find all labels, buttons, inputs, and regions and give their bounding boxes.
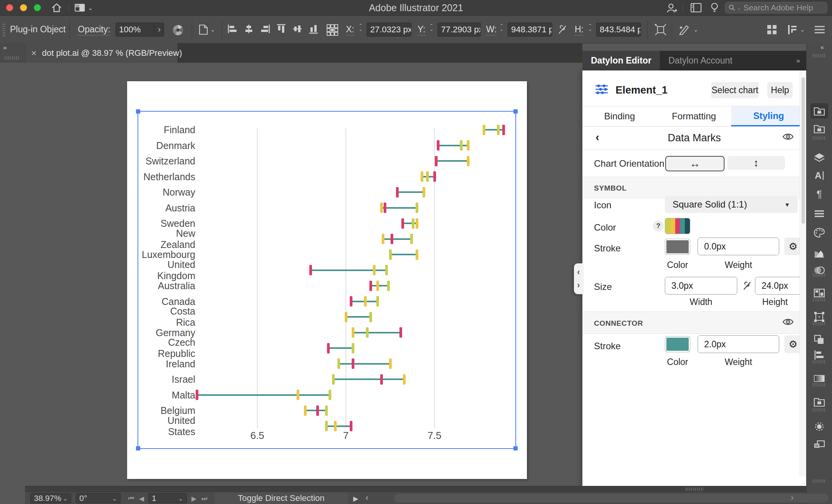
lines-panel-icon[interactable] — [810, 206, 828, 221]
panel-grip[interactable] — [2, 23, 5, 37]
properties-panel-icon[interactable]: ⌄ — [787, 23, 805, 36]
orientation-horizontal-button[interactable]: ↔ — [665, 156, 725, 171]
recolor-artwork-icon[interactable] — [172, 24, 184, 38]
dock-grip[interactable] — [813, 136, 826, 140]
selection-handle-top-left[interactable] — [136, 109, 140, 114]
unlink-size-icon[interactable] — [741, 280, 753, 293]
h-field[interactable]: 843.5484 px — [596, 23, 641, 37]
search-input[interactable] — [743, 3, 821, 13]
arrange-panels-icon[interactable] — [766, 23, 778, 36]
collapse-dock-icon[interactable]: « — [820, 44, 825, 51]
help-button[interactable]: Help — [767, 82, 793, 98]
status-tool-hint[interactable]: Toggle Direct Selection — [215, 492, 348, 504]
connector-color-swatch[interactable] — [665, 336, 690, 352]
artboards-panel-icon[interactable] — [810, 285, 828, 301]
w-stepper[interactable]: ⌃⌄ — [498, 24, 505, 31]
transform-panel-icon[interactable] — [810, 309, 828, 325]
connector-weight-input[interactable] — [698, 335, 779, 353]
menu-icon[interactable] — [814, 24, 826, 37]
chevron-left-icon[interactable]: ‹ — [366, 493, 368, 503]
panel-toggle-icon[interactable] — [690, 3, 702, 14]
tab-formatting[interactable]: Formatting — [657, 106, 731, 126]
tab-styling[interactable]: Styling — [731, 106, 806, 126]
w-field[interactable]: 948.3871 px — [508, 23, 552, 37]
color-palette-swatch[interactable] — [665, 218, 690, 234]
chevron-left-icon[interactable]: ‹ — [577, 268, 580, 276]
collapse-panel-icon[interactable]: » — [3, 44, 7, 52]
align-panel-icon[interactable] — [810, 347, 828, 363]
selection-handle-bottom-left[interactable] — [136, 446, 140, 450]
share-user-icon[interactable] — [666, 2, 677, 15]
tab-datylon-account[interactable]: Datylon Account — [660, 51, 741, 70]
y-stepper[interactable]: ⌃⌄ — [428, 24, 434, 31]
h-stepper[interactable]: ⌃⌄ — [587, 24, 593, 31]
rotation-select[interactable]: 0° ⌄ — [76, 493, 121, 503]
horizontal-scrollbar[interactable] — [394, 494, 829, 502]
x-stepper[interactable]: ⌃⌄ — [357, 24, 364, 31]
chevron-right-icon[interactable]: › — [791, 493, 793, 503]
align-center-vertical-icon[interactable] — [292, 23, 303, 36]
artboard-number-select[interactable]: 1 ⌄ — [148, 493, 187, 503]
artboard-tools-panel-icon[interactable] — [810, 436, 828, 451]
collapse-panel-icon[interactable]: » — [797, 57, 801, 65]
align-left-icon[interactable] — [227, 23, 238, 36]
align-center-horizontal-icon[interactable] — [243, 23, 254, 36]
stroke-color-swatch[interactable] — [665, 239, 690, 255]
panel-scrollbar[interactable] — [800, 70, 806, 477]
image-trace-panel-icon[interactable] — [810, 419, 828, 434]
first-artboard-icon[interactable]: ⏮ — [128, 495, 134, 502]
prev-artboard-icon[interactable]: ◀ — [139, 495, 144, 503]
stroke-weight-input[interactable] — [698, 238, 779, 255]
help-search-field[interactable]: ⌄ — [725, 2, 827, 13]
transparency-panel-icon[interactable] — [810, 263, 828, 278]
panel-resize-grip[interactable] — [25, 486, 806, 492]
swatches-panel-icon[interactable] — [810, 245, 828, 260]
chevron-right-icon[interactable]: › — [154, 25, 161, 35]
chevron-right-icon[interactable]: › — [577, 281, 580, 289]
selection-bounding-box[interactable] — [138, 111, 516, 449]
y-field[interactable]: 77.2903 px — [438, 23, 481, 37]
panel-grip[interactable] — [5, 56, 20, 60]
orientation-vertical-button[interactable]: ↕ — [727, 156, 785, 170]
play-icon[interactable]: ▶ — [353, 495, 358, 503]
distribute-grid-icon[interactable] — [326, 23, 339, 37]
unlink-dimensions-icon[interactable] — [556, 24, 569, 37]
character-panel-icon[interactable]: A — [810, 168, 828, 183]
zoom-level-select[interactable]: 38.97% ⌄ — [30, 493, 71, 503]
visibility-eye-icon[interactable] — [782, 132, 794, 143]
close-tab-icon[interactable]: × — [31, 48, 37, 59]
size-height-input[interactable] — [755, 277, 802, 295]
paragraph-panel-icon[interactable]: ¶ — [810, 186, 828, 202]
tab-binding[interactable]: Binding — [582, 106, 657, 126]
last-artboard-icon[interactable]: ⏭ — [201, 495, 207, 502]
color-help-badge[interactable]: ? — [653, 221, 664, 231]
graphic-style-icon[interactable]: ⌄ — [678, 23, 698, 36]
libraries-2-panel-icon[interactable] — [810, 121, 828, 136]
lightbulb-icon[interactable] — [710, 2, 720, 15]
x-field[interactable]: 27.0323 px — [367, 23, 411, 37]
selection-handle-bottom-right[interactable] — [513, 446, 518, 450]
dock-grip[interactable] — [813, 54, 826, 57]
tab-datylon-editor[interactable]: Datylon Editor — [582, 51, 660, 70]
align-bottom-icon[interactable] — [308, 23, 319, 36]
opacity-field[interactable]: 100% › — [116, 23, 164, 37]
libraries-panel-icon[interactable] — [810, 103, 828, 119]
document-setup-icon[interactable]: ⌄ — [198, 23, 215, 36]
constrain-proportions-icon[interactable] — [654, 23, 667, 37]
next-artboard-icon[interactable]: ▶ — [191, 495, 196, 503]
scrollbar-thumb[interactable] — [802, 77, 805, 224]
opacity-label[interactable]: Opacity: — [78, 24, 110, 35]
document-tab[interactable]: × dot plot.ai @ 38.97 % (RGB/Preview) — [25, 43, 178, 63]
layers-panel-icon[interactable] — [810, 150, 828, 166]
panel-collapse-flap[interactable]: ‹ › — [574, 263, 583, 294]
icon-dropdown[interactable]: Square Solid (1:1) ▼ — [665, 196, 798, 213]
size-width-input[interactable] — [665, 277, 737, 295]
align-right-icon[interactable] — [260, 23, 270, 36]
dock-grip[interactable] — [813, 479, 826, 483]
library-folder-panel-icon[interactable] — [810, 394, 828, 410]
connector-visibility-eye-icon[interactable] — [782, 317, 794, 328]
align-top-icon[interactable] — [276, 23, 287, 36]
color-panel-icon[interactable] — [810, 225, 828, 241]
select-chart-button[interactable]: Select chart — [711, 82, 759, 98]
selection-handle-top-right[interactable] — [513, 109, 518, 114]
